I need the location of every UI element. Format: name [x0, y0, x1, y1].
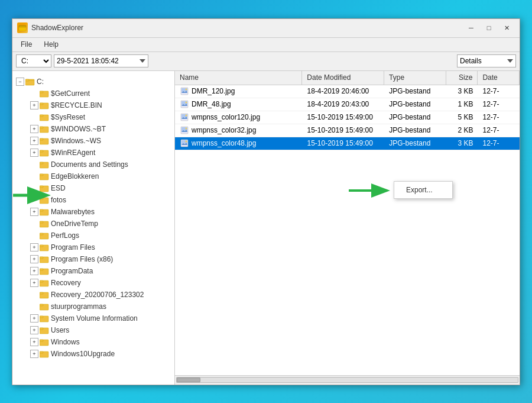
horizontal-scrollbar[interactable] [175, 375, 520, 385]
expand-btn[interactable]: + [30, 243, 38, 252]
menu-file[interactable]: File [15, 39, 38, 50]
file-date2-cell: 12-7- [478, 126, 520, 134]
tree-label: $WINDOWS.~BT [51, 124, 106, 134]
file-date2-cell: 12-7- [478, 139, 520, 147]
table-row[interactable]: wmpnss_color32.jpg15-10-2019 15:49:00JPG… [175, 124, 520, 137]
svg-rect-15 [40, 150, 43, 152]
tree-item[interactable]: $SysReset [15, 111, 174, 123]
tree-label: $Windows.~WS [51, 136, 101, 146]
file-type-cell: JPG-bestand [384, 139, 446, 147]
svg-rect-37 [40, 281, 43, 282]
expand-btn[interactable]: + [30, 350, 38, 358]
col-header-size[interactable]: Size [446, 71, 478, 85]
file-type-icon [180, 138, 189, 148]
folder-icon [40, 326, 49, 334]
left-arrow-overlay [11, 183, 52, 209]
expand-btn[interactable]: + [30, 314, 38, 323]
expand-placeholder [30, 302, 38, 311]
tree-item[interactable]: Documents and Settings [15, 159, 174, 170]
tree-label: Recovery [51, 278, 81, 288]
svg-rect-33 [40, 257, 43, 259]
tree-label: fotos [51, 195, 66, 205]
folder-icon [40, 125, 49, 133]
expand-btn[interactable]: + [30, 125, 38, 133]
expand-placeholder [30, 89, 38, 98]
folder-icon [40, 101, 49, 109]
col-header-date2[interactable]: Date [478, 71, 520, 85]
tree-item[interactable]: + Windows [15, 336, 174, 348]
expand-btn[interactable]: + [30, 101, 38, 109]
file-list[interactable]: DMR_120.jpg18-4-2019 20:46:00JPG-bestand… [175, 85, 520, 375]
tree-item[interactable]: + Recovery [15, 277, 174, 289]
svg-point-58 [186, 115, 187, 117]
menu-help[interactable]: Help [38, 39, 64, 50]
expand-root[interactable]: − [16, 78, 24, 86]
minimize-button[interactable]: ─ [463, 21, 479, 34]
file-type-cell: JPG-bestand [384, 126, 446, 134]
date-selector[interactable]: 29-5-2021 18:05:42 [54, 54, 148, 67]
expand-btn[interactable]: + [30, 267, 38, 275]
expand-btn[interactable]: + [30, 279, 38, 287]
context-menu-export[interactable]: Export... [394, 183, 452, 197]
file-date-cell: 15-10-2019 15:49:00 [303, 113, 385, 121]
tree-item[interactable]: stuurprogrammas [15, 301, 174, 312]
file-name-cell: wmpnss_color32.jpg [175, 125, 303, 135]
tree-label: Program Files [51, 242, 95, 253]
tree-item[interactable]: $GetCurrent [15, 88, 174, 99]
tree-item[interactable]: + Program Files [15, 241, 174, 253]
svg-rect-27 [40, 221, 43, 223]
col-header-date[interactable]: Date Modified [302, 71, 384, 85]
expand-btn[interactable]: + [30, 326, 38, 334]
svg-rect-45 [40, 328, 43, 330]
svg-rect-47 [40, 340, 43, 341]
tree-item[interactable]: + Users [15, 324, 174, 336]
maximize-button[interactable]: □ [481, 21, 497, 34]
tree-item[interactable]: PerfLogs [15, 230, 174, 241]
tree-item[interactable]: Recovery_20200706_123302 [15, 289, 174, 301]
expand-btn[interactable]: + [30, 149, 38, 157]
window-controls: ─ □ ✕ [463, 21, 515, 34]
tree-label: $RECYCLE.BIN [51, 100, 102, 111]
expand-placeholder [30, 113, 38, 121]
toolbar: C: 29-5-2021 18:05:42 Details [12, 52, 520, 71]
svg-point-64 [186, 141, 187, 143]
tree-item[interactable]: + $WINDOWS.~BT [15, 123, 174, 135]
drive-selector[interactable]: C: [16, 54, 51, 67]
col-header-type[interactable]: Type [384, 71, 446, 85]
tree-item[interactable]: + ProgramData [15, 265, 174, 277]
table-row[interactable]: wmpnss_color120.jpg15-10-2019 15:49:00JP… [175, 111, 520, 124]
tree-item[interactable]: OneDriveTemp [15, 218, 174, 230]
folder-icon [40, 255, 49, 263]
file-name-cell: wmpnss_color120.jpg [175, 112, 303, 122]
view-selector[interactable]: Details [457, 54, 516, 67]
tree-item[interactable]: + $WinREAgent [15, 147, 174, 159]
svg-rect-39 [40, 292, 43, 294]
file-date2-cell: 12-7- [478, 87, 520, 95]
tree-item[interactable]: + System Volume Information [15, 312, 174, 324]
tree-item[interactable]: + Program Files (x86) [15, 253, 174, 265]
context-menu[interactable]: Export... [394, 181, 453, 199]
file-type-icon [180, 99, 189, 109]
svg-rect-7 [40, 103, 43, 105]
tree-item-root[interactable]: − C: [15, 76, 174, 88]
scrollbar-thumb[interactable] [177, 378, 200, 382]
tree-label: OneDriveTemp [51, 218, 98, 229]
scrollbar-track [176, 377, 518, 383]
folder-icon [40, 172, 49, 180]
tree-item[interactable]: + $Windows.~WS [15, 135, 174, 147]
expand-btn[interactable]: + [30, 255, 38, 263]
tree-panel[interactable]: − C: $GetCurrent+ $RECYCLE.BIN $S [12, 71, 175, 385]
table-row[interactable]: wmpnss_color48.jpg15-10-2019 15:49:00JPG… [175, 137, 520, 150]
file-date-cell: 18-4-2019 20:43:00 [303, 100, 385, 108]
close-button[interactable]: ✕ [498, 21, 515, 34]
expand-btn[interactable]: + [30, 137, 38, 145]
expand-btn[interactable]: + [30, 338, 38, 346]
col-header-name[interactable]: Name [175, 71, 302, 85]
tree-item[interactable]: + $RECYCLE.BIN [15, 99, 174, 111]
folder-icon [40, 243, 49, 252]
tree-item[interactable]: EdgeBlokkeren [15, 170, 174, 182]
table-row[interactable]: DMR_48.jpg18-4-2019 20:43:00JPG-bestand1… [175, 98, 520, 111]
table-row[interactable]: DMR_120.jpg18-4-2019 20:46:00JPG-bestand… [175, 85, 520, 98]
tree-item[interactable]: + Windows10Upgrade [15, 348, 174, 360]
tree-label: Malwarebytes [51, 207, 95, 217]
